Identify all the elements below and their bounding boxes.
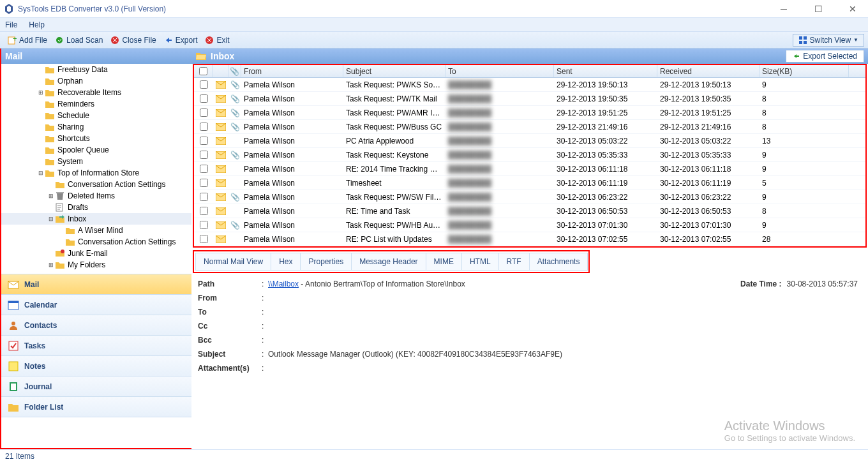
row-checkbox[interactable]: [200, 193, 208, 201]
tab-mime[interactable]: MIME: [426, 253, 462, 271]
tree-item[interactable]: Drafts: [1, 202, 191, 213]
row-checkbox[interactable]: [200, 94, 208, 103]
tree-item[interactable]: A Wiser Mind: [1, 225, 191, 236]
toolbar-export[interactable]: Export: [160, 34, 202, 46]
tree-item-label: Deleted Items: [68, 191, 115, 200]
envelope-icon: [216, 193, 226, 201]
select-all-checkbox[interactable]: [199, 67, 207, 75]
mail-row[interactable]: Pamela WilsonTimesheet████████30-12-2013…: [194, 176, 865, 190]
tab-rtf[interactable]: RTF: [498, 253, 530, 271]
toolbar-load-scan[interactable]: Load Scan: [51, 34, 107, 46]
tree-expand-icon[interactable]: ⊞: [47, 193, 55, 199]
nav-item-calendar[interactable]: Calendar: [1, 295, 191, 315]
folder-icon: [45, 77, 55, 86]
col-received[interactable]: Received: [657, 65, 760, 77]
mail-row[interactable]: 📎Pamela WilsonTask Request: PW/KS Social…: [194, 78, 865, 92]
mail-row[interactable]: Pamela WilsonRE: PC List with Updates███…: [194, 232, 865, 246]
nav-item-notes[interactable]: Notes: [1, 356, 191, 376]
tree-item[interactable]: Junk E-mail: [1, 248, 191, 259]
tab-normal-mail-view[interactable]: Normal Mail View: [195, 253, 271, 271]
nav-item-journal[interactable]: Journal: [1, 376, 191, 397]
row-checkbox[interactable]: [200, 179, 208, 187]
cell-from: Pamela Wilson: [241, 108, 343, 117]
col-flag[interactable]: [213, 65, 228, 77]
row-checkbox[interactable]: [200, 108, 208, 117]
tree-expand-icon[interactable]: ⊟: [37, 170, 45, 176]
tree-item[interactable]: Schedule: [1, 110, 191, 121]
tree-item[interactable]: ⊞Deleted Items: [1, 190, 191, 202]
tree-item[interactable]: Conversation Action Settings: [1, 179, 191, 190]
minimize-button[interactable]: ─: [772, 4, 795, 14]
row-checkbox[interactable]: [200, 207, 208, 215]
col-sent[interactable]: Sent: [554, 65, 657, 77]
toolbar-switch-view[interactable]: Switch View ▼: [793, 34, 864, 47]
maximize-button[interactable]: ☐: [807, 4, 830, 14]
row-checkbox[interactable]: [200, 151, 208, 159]
mail-row[interactable]: 📎Pamela WilsonTask Request: PW/Buss GC██…: [194, 120, 865, 134]
mail-row[interactable]: 📎Pamela WilsonTask Request: PW/SW File t…: [194, 190, 865, 204]
tree-item[interactable]: ⊞Recoverable Items: [1, 87, 191, 98]
export-selected-button[interactable]: Export Selected: [786, 50, 864, 63]
nav-item-tasks[interactable]: Tasks: [1, 336, 191, 356]
tree-item[interactable]: Sharing: [1, 121, 191, 133]
export-icon: [164, 36, 173, 45]
tree-item[interactable]: ⊟Inbox: [1, 213, 191, 225]
nav-item-label: Folder List: [24, 403, 63, 412]
tree-item[interactable]: ⊟Top of Information Store: [1, 167, 191, 179]
detail-path-link[interactable]: \\Mailbox: [268, 279, 299, 288]
tree-item[interactable]: Reminders: [1, 98, 191, 110]
col-checkbox[interactable]: [194, 65, 213, 77]
toolbar-add-file[interactable]: + Add File: [4, 34, 51, 46]
tree-item[interactable]: Freebusy Data: [1, 64, 191, 75]
tab-properties[interactable]: Properties: [300, 253, 352, 271]
folder-tree[interactable]: Freebusy DataOrphan⊞Recoverable ItemsRem…: [1, 64, 191, 274]
export-selected-icon: [793, 52, 800, 60]
folder-icon: [55, 260, 65, 269]
tree-expand-icon[interactable]: ⊟: [47, 216, 55, 222]
row-checkbox[interactable]: [200, 137, 208, 145]
cell-subject: RE: PC List with Updates: [343, 235, 445, 244]
row-checkbox[interactable]: [200, 123, 208, 131]
mail-row[interactable]: 📎Pamela WilsonTask Request: PW/HB Audiol…: [194, 218, 865, 232]
mail-row[interactable]: Pamela WilsonRE: Time and Task████████30…: [194, 204, 865, 218]
mail-row[interactable]: Pamela WilsonRE: 2014 Time Tracking Cynt…: [194, 162, 865, 176]
mail-row[interactable]: 📎Pamela WilsonTask Request: PW/TK Mail██…: [194, 92, 865, 106]
tree-expand-icon[interactable]: ⊞: [37, 89, 45, 96]
tree-item[interactable]: ⊞My Folders: [1, 259, 191, 271]
row-checkbox[interactable]: [200, 235, 208, 243]
toolbar-close-file[interactable]: Close File: [107, 34, 160, 46]
tree-expand-icon[interactable]: ⊞: [47, 262, 55, 268]
tree-item[interactable]: System: [1, 156, 191, 167]
toolbar-exit[interactable]: Exit: [201, 34, 233, 46]
mail-row[interactable]: Pamela WilsonPC Atria Applewood████████3…: [194, 134, 865, 148]
tab-message-header[interactable]: Message Header: [351, 253, 426, 271]
tree-item[interactable]: Orphan: [1, 75, 191, 87]
envelope-icon: [216, 221, 226, 229]
tab-hex[interactable]: Hex: [271, 253, 301, 271]
col-subject[interactable]: Subject: [343, 65, 445, 77]
col-attachment[interactable]: 📎: [228, 65, 241, 77]
menu-file[interactable]: File: [5, 20, 17, 29]
tree-item[interactable]: Shortcuts: [1, 133, 191, 144]
col-size[interactable]: Size(KB): [760, 65, 849, 77]
tree-item-label: Reminders: [57, 100, 94, 108]
tab-attachments[interactable]: Attachments: [529, 253, 588, 271]
row-checkbox[interactable]: [200, 221, 208, 229]
cell-received: 29-12-2013 19:50:35: [657, 94, 760, 103]
close-button[interactable]: ✕: [841, 4, 864, 14]
mail-row[interactable]: 📎Pamela WilsonTask Request: PW/AMR Invoi…: [194, 106, 865, 120]
nav-item-mail[interactable]: Mail: [1, 274, 191, 295]
tab-html[interactable]: HTML: [461, 253, 499, 271]
nav-item-folder-list[interactable]: Folder List: [1, 397, 191, 417]
menu-help[interactable]: Help: [29, 20, 45, 29]
row-checkbox[interactable]: [200, 80, 208, 89]
col-from[interactable]: From: [241, 65, 343, 77]
row-checkbox[interactable]: [200, 165, 208, 173]
mail-row[interactable]: 📎Pamela WilsonTask Request: Keystone████…: [194, 148, 865, 162]
window-title: SysTools EDB Converter v3.0 (Full Versio…: [18, 4, 772, 13]
cell-received: 30-12-2013 05:03:22: [657, 137, 760, 145]
tree-item[interactable]: Spooler Queue: [1, 144, 191, 156]
tree-item[interactable]: Conversation Action Settings: [1, 236, 191, 248]
nav-item-contacts[interactable]: Contacts: [1, 315, 191, 336]
col-to[interactable]: To: [445, 65, 554, 77]
